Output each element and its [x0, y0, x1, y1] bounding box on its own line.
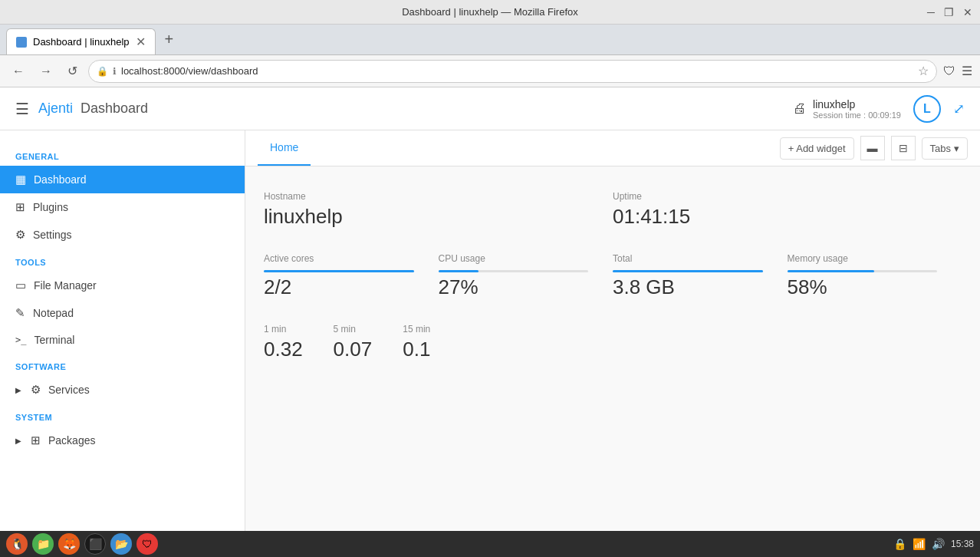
- terminal-icon: >_: [15, 335, 26, 345]
- memory-usage-widget: Memory usage 58%: [788, 247, 962, 311]
- settings-icon: ⚙: [15, 228, 25, 242]
- main-tabs-bar: Home + Add widget ▬ ⊟ Tabs ▾: [245, 130, 980, 166]
- load-15min-label: 15 min: [403, 324, 430, 335]
- load-1min: 1 min 0.32: [264, 324, 303, 361]
- sidebar-item-settings[interactable]: ⚙ Settings: [0, 221, 245, 249]
- single-column-view-btn[interactable]: ▬: [860, 136, 885, 160]
- window-controls: ─ ❐ ✕: [927, 6, 972, 18]
- bookmark-icon[interactable]: ☆: [918, 64, 929, 78]
- close-btn[interactable]: ✕: [963, 6, 972, 18]
- memory-usage-progress-container: [788, 270, 938, 272]
- restore-btn[interactable]: ❐: [944, 6, 954, 18]
- tab-actions: + Add widget ▬ ⊟ Tabs ▾: [780, 136, 968, 160]
- plugins-icon: ⊞: [15, 200, 25, 214]
- address-bar[interactable]: 🔒 ℹ localhost:8000/view/dashboard ☆: [88, 60, 937, 83]
- hostname-value: linuxhelp: [264, 205, 588, 229]
- security-icon: 🔒: [97, 66, 108, 77]
- section-system: SYSTEM: [0, 404, 245, 427]
- new-tab-button[interactable]: +: [159, 28, 180, 51]
- load-averages-widget: 1 min 0.32 5 min 0.07 15 min 0.1: [264, 311, 613, 361]
- load-1min-value: 0.32: [264, 338, 303, 361]
- toolbar-right-icons: 🛡 ☰: [943, 64, 972, 78]
- expand-arrow-icon: ▶: [15, 437, 21, 445]
- metrics-row-1: Active cores 2/2 CPU usage 27%: [264, 241, 613, 311]
- notepad-icon: ✎: [15, 306, 25, 320]
- dashboard-icon: ▦: [15, 173, 26, 186]
- hostname-label: Hostname: [264, 191, 588, 202]
- sidebar-item-label: Plugins: [33, 201, 68, 213]
- user-info: 🖨 linuxhelp Session time : 00:09:19: [793, 98, 901, 120]
- cpu-usage-progress-container: [439, 270, 589, 272]
- cpu-usage-label: CPU usage: [439, 253, 589, 264]
- active-cores-progress-container: [264, 270, 414, 272]
- username: linuxhelp: [813, 98, 901, 110]
- cpu-usage-widget: CPU usage 27%: [439, 247, 613, 311]
- memory-usage-label: Memory usage: [788, 253, 938, 264]
- total-progress-bar: [613, 270, 763, 272]
- section-software: SOFTWARE: [0, 353, 245, 376]
- header-right: 🖨 linuxhelp Session time : 00:09:19 L ⤢: [793, 95, 965, 123]
- menu-icon[interactable]: ☰: [962, 64, 972, 78]
- active-cores-progress-bar: [264, 270, 414, 272]
- tab-close-btn[interactable]: ✕: [136, 36, 146, 48]
- add-widget-button[interactable]: + Add widget: [780, 137, 854, 160]
- tabs-label: Tabs: [930, 143, 951, 154]
- active-tab[interactable]: Dashboard | linuxhelp ✕: [6, 28, 156, 54]
- sidebar-item-plugins[interactable]: ⊞ Plugins: [0, 193, 245, 221]
- avatar[interactable]: L: [913, 95, 941, 123]
- section-tools: TOOLS: [0, 249, 245, 272]
- logo-text: Ajenti: [38, 101, 73, 116]
- cpu-usage-value: 27%: [439, 275, 589, 299]
- chevron-down-icon: ▾: [954, 143, 959, 154]
- sidebar-item-label: Services: [48, 384, 90, 396]
- browser-tabs-bar: Dashboard | linuxhelp ✕ +: [0, 25, 980, 55]
- active-cores-value: 2/2: [264, 275, 414, 299]
- avatar-letter: L: [923, 102, 931, 116]
- uptime-value: 01:41:15: [613, 205, 937, 229]
- hostname-widget: Hostname linuxhelp: [264, 185, 613, 241]
- tab-label: Dashboard | linuxhelp: [33, 36, 130, 48]
- total-progress-container: [613, 270, 763, 272]
- tabs-dropdown-btn[interactable]: Tabs ▾: [922, 137, 968, 160]
- back-button[interactable]: ←: [8, 61, 29, 81]
- active-cores-label: Active cores: [264, 253, 414, 264]
- main-content: Home + Add widget ▬ ⊟ Tabs ▾: [245, 130, 980, 531]
- active-cores-widget: Active cores 2/2: [264, 247, 439, 311]
- memory-usage-value: 58%: [788, 275, 938, 299]
- sidebar-item-notepad[interactable]: ✎ Notepad: [0, 299, 245, 327]
- double-col-icon: ⊟: [899, 142, 908, 154]
- single-col-icon: ▬: [867, 142, 878, 154]
- shield-icon[interactable]: 🛡: [943, 64, 955, 78]
- sidebar-item-label: Notepad: [33, 307, 74, 319]
- hamburger-icon[interactable]: ☰: [15, 100, 29, 118]
- app-header: ☰ Ajenti Dashboard 🖨 linuxhelp Session t…: [0, 87, 980, 130]
- forward-button[interactable]: →: [35, 61, 57, 81]
- sidebar-item-terminal[interactable]: >_ Terminal: [0, 327, 245, 353]
- sidebar-item-file-manager[interactable]: ▭ File Manager: [0, 272, 245, 299]
- minimize-btn[interactable]: ─: [927, 6, 935, 18]
- url-text: localhost:8000/view/dashboard: [121, 65, 913, 77]
- tab-home[interactable]: Home: [258, 130, 311, 166]
- expand-icon[interactable]: ⤢: [953, 101, 965, 117]
- total-widget: Total 3.8 GB: [613, 247, 788, 311]
- packages-icon: ⊞: [31, 433, 41, 447]
- dashboard-widgets: Hostname linuxhelp Active cores 2/2 CPU …: [245, 166, 980, 380]
- load-15min-value: 0.1: [403, 338, 430, 361]
- load-5min-value: 0.07: [334, 338, 373, 361]
- tab-favicon: [16, 37, 27, 48]
- sidebar-item-dashboard[interactable]: ▦ Dashboard: [0, 166, 245, 193]
- total-label: Total: [613, 253, 763, 264]
- expand-arrow-icon: ▶: [15, 386, 21, 394]
- printer-icon: 🖨: [793, 101, 807, 117]
- left-column: Hostname linuxhelp Active cores 2/2 CPU …: [264, 185, 613, 361]
- sidebar-item-label: File Manager: [34, 279, 97, 292]
- double-column-view-btn[interactable]: ⊟: [891, 136, 916, 160]
- load-5min-label: 5 min: [334, 324, 373, 335]
- total-value: 3.8 GB: [613, 275, 763, 299]
- load-1min-label: 1 min: [264, 324, 303, 335]
- sidebar-item-services[interactable]: ▶ ⚙ Services: [0, 376, 245, 404]
- browser-titlebar: Dashboard | linuxhelp — Mozilla Firefox …: [0, 0, 980, 25]
- sidebar-item-packages[interactable]: ▶ ⊞ Packages: [0, 427, 245, 454]
- app-logo: Ajenti Dashboard: [38, 101, 148, 117]
- reload-button[interactable]: ↺: [63, 61, 82, 81]
